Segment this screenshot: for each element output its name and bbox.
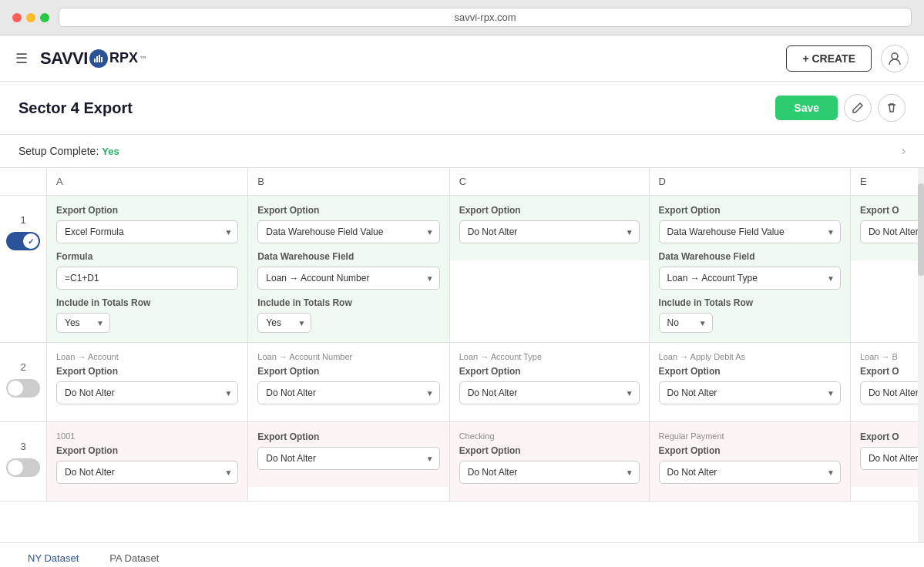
row1-controls: 1 ✓ (3, 205, 43, 260)
cell-c1-export-select[interactable]: Excel Formula Data Warehouse Field Value… (459, 220, 640, 243)
cell-d2-content: Loan → Apply Debit As Export Option Do N… (650, 343, 850, 421)
cell-a3-export-label: Export Option (56, 445, 238, 456)
cell-a1: Export Option Excel Formula Data Warehou… (47, 196, 248, 343)
cell-a2-export-select[interactable]: Do Not Alter Excel Formula Data Warehous… (56, 381, 238, 404)
expand-traffic-light[interactable] (40, 13, 49, 22)
close-traffic-light[interactable] (12, 13, 22, 22)
cell-a3-sub-label: 1001 (56, 431, 238, 441)
cell-d1-dw-label: Data Warehouse Field (659, 251, 841, 262)
minimize-traffic-light[interactable] (26, 13, 35, 22)
cell-b2-export-select[interactable]: Do Not Alter Excel Formula Data Warehous… (257, 381, 439, 404)
cell-e2-export-select[interactable]: Do Not Alter (860, 381, 924, 404)
cell-d2-export-select[interactable]: Do Not Alter Excel Formula Data Warehous… (659, 381, 841, 404)
cell-b1-totals-select[interactable]: Yes No (257, 313, 311, 333)
cell-b1-export-label: Export Option (257, 205, 439, 216)
svg-rect-3 (101, 57, 102, 62)
top-nav: ☰ SAVVI RPX ™ + CREATE (0, 35, 924, 82)
logo-savvi-text: SAVVI (40, 49, 88, 69)
cell-a2-export-label: Export Option (56, 366, 238, 377)
row3-toggle[interactable] (6, 458, 40, 477)
cell-a1-formula-input[interactable]: =C1+D1 (56, 267, 238, 290)
logo: SAVVI RPX ™ (40, 49, 146, 69)
cell-c2-export-select[interactable]: Do Not Alter Excel Formula Data Warehous… (459, 381, 640, 404)
svg-rect-1 (96, 56, 98, 62)
cell-d1-totals-wrapper: Yes No ▼ (659, 313, 713, 333)
cell-a1-totals-wrapper: Yes No ▼ (56, 313, 110, 333)
menu-icon[interactable]: ☰ (15, 50, 28, 67)
cell-d1-export-select[interactable]: Excel Formula Data Warehouse Field Value… (659, 220, 841, 243)
cell-a3-export-select[interactable]: Do Not Alter Excel Formula Data Warehous… (56, 461, 238, 484)
scrollbar-track[interactable] (918, 168, 924, 542)
cell-c3-sub-label: Checking (459, 431, 640, 441)
cell-d3-export-select-wrapper: Do Not Alter Excel Formula Data Warehous… (659, 461, 841, 484)
cell-c2-sub-label: Loan → Account Type (459, 352, 640, 361)
col-header-a: A (47, 168, 248, 196)
cell-b3-export-label: Export Option (257, 431, 439, 442)
tab-ny-dataset[interactable]: NY Dataset (12, 543, 94, 567)
row3-number: 3 (20, 441, 25, 452)
cell-d1-totals-label: Include in Totals Row (659, 297, 841, 308)
cell-c3-export-label: Export Option (459, 445, 640, 456)
table-container[interactable]: A B C D E 1 ✓ (0, 168, 924, 542)
create-button[interactable]: + CREATE (786, 45, 872, 72)
save-button[interactable]: Save (775, 96, 838, 120)
logo-rpx-text: RPX (109, 50, 138, 66)
cell-e1-export-select-wrapper: Do Not Alter ▼ (860, 220, 924, 243)
cell-d2-sub-label: Loan → Apply Debit As (659, 352, 841, 361)
main-table: A B C D E 1 ✓ (0, 168, 924, 502)
cell-c3-export-select[interactable]: Do Not Alter Excel Formula Data Warehous… (459, 461, 640, 484)
row1-toggle[interactable]: ✓ (6, 232, 40, 250)
cell-d1-dw-select-wrapper: Loan → Account Number Loan → Account Typ… (659, 267, 841, 290)
cell-a2-content: Loan → Account Export Option Do Not Alte… (47, 343, 247, 421)
cell-d1-dw-select[interactable]: Loan → Account Number Loan → Account Typ… (659, 267, 841, 290)
cell-e2-content: Loan → B Export O Do Not Alter ▼ (851, 343, 924, 421)
cell-a1-totals-label: Include in Totals Row (56, 297, 238, 308)
cell-a1-export-select[interactable]: Excel Formula Data Warehouse Field Value… (56, 220, 238, 243)
cell-b1-export-select[interactable]: Excel Formula Data Warehouse Field Value… (257, 220, 439, 243)
user-avatar[interactable] (881, 45, 909, 72)
row1-number: 1 (20, 214, 25, 226)
delete-button[interactable] (878, 94, 906, 122)
cell-a1-export-label: Export Option (56, 205, 238, 216)
traffic-lights (12, 13, 49, 22)
cell-b1-dw-select[interactable]: Loan → Account Number Loan → Account Typ… (257, 267, 439, 290)
table-row: 2 Loan → Account Export Option (0, 343, 924, 422)
cell-b1-totals-label: Include in Totals Row (257, 297, 439, 308)
url-bar[interactable]: savvi-rpx.com (59, 8, 912, 27)
cell-a1-formula-label: Formula (56, 251, 238, 262)
cell-e2-export-label: Export O (860, 366, 924, 377)
row2-toggle[interactable] (6, 379, 40, 398)
col-header-d: D (649, 168, 850, 196)
cell-e1-content: Export O Do Not Alter ▼ (851, 196, 924, 260)
cell-c2-export-select-wrapper: Do Not Alter Excel Formula Data Warehous… (459, 381, 640, 404)
tab-pa-dataset[interactable]: PA Dataset (94, 543, 174, 567)
row3-num-cell: 3 (0, 422, 47, 502)
cell-b1-dw-select-wrapper: Loan → Account Number Loan → Account Typ… (257, 267, 439, 290)
cell-b2-sub-label: Loan → Account Number (257, 352, 439, 361)
cell-b1-dw-label: Data Warehouse Field (257, 251, 439, 262)
cell-d2-export-label: Export Option (659, 366, 841, 377)
cell-b2-export-label: Export Option (257, 366, 439, 377)
scrollbar-thumb[interactable] (918, 183, 924, 276)
cell-e1-export-select[interactable]: Do Not Alter (860, 220, 924, 243)
cell-a1-totals-select[interactable]: Yes No (56, 313, 110, 333)
setup-chevron-icon[interactable]: › (902, 144, 906, 158)
edit-button[interactable] (844, 94, 872, 122)
cell-b1: Export Option Excel Formula Data Warehou… (248, 196, 449, 343)
browser-chrome: savvi-rpx.com (0, 0, 924, 35)
cell-d3-sub-label: Regular Payment (659, 431, 841, 441)
col-header-c: C (449, 168, 649, 196)
column-header-row: A B C D E (0, 168, 924, 196)
cell-d1-totals-select[interactable]: Yes No (659, 313, 713, 333)
cell-b3-export-select[interactable]: Do Not Alter Excel Formula Data Warehous… (257, 447, 439, 470)
cell-e3-export-select[interactable]: Do Not Alter (860, 447, 924, 470)
row2-toggle-knob (8, 381, 23, 396)
row1-toggle-knob: ✓ (23, 233, 39, 249)
cell-d1-export-label: Export Option (659, 205, 841, 216)
cell-d3-export-select[interactable]: Do Not Alter Excel Formula Data Warehous… (659, 461, 841, 484)
cell-d3: Regular Payment Export Option Do Not Alt… (649, 422, 850, 502)
cell-a3: 1001 Export Option Do Not Alter Excel Fo… (47, 422, 248, 502)
cell-a3-content: 1001 Export Option Do Not Alter Excel Fo… (47, 422, 247, 501)
table-row: 1 ✓ Export Option (0, 196, 924, 343)
cell-c1-export-select-wrapper: Excel Formula Data Warehouse Field Value… (459, 220, 640, 243)
